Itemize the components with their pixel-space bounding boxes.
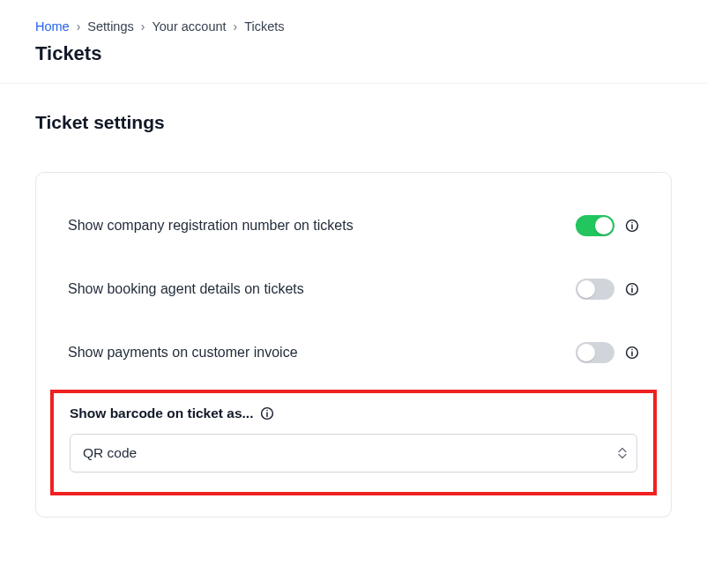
svg-point-2 <box>631 222 633 224</box>
toggle-booking-agent[interactable] <box>576 279 614 300</box>
setting-booking-agent: Show booking agent details on tickets <box>68 257 639 321</box>
toggle-knob <box>577 344 595 361</box>
page-title: Tickets <box>35 42 672 65</box>
info-icon[interactable] <box>625 282 639 296</box>
setting-company-registration: Show company registration number on tick… <box>68 205 639 257</box>
setting-payments-invoice: Show payments on customer invoice <box>68 321 639 384</box>
field-label-row: Show barcode on ticket as... <box>70 406 637 421</box>
barcode-field-label: Show barcode on ticket as... <box>70 406 253 421</box>
toggle-knob <box>577 280 595 298</box>
setting-label: Show booking agent details on tickets <box>68 281 304 297</box>
chevron-right-icon: › <box>77 19 81 33</box>
info-icon[interactable] <box>260 406 274 421</box>
setting-controls <box>576 342 639 363</box>
chevron-right-icon: › <box>141 19 145 33</box>
svg-point-5 <box>631 286 633 287</box>
select-stepper-icon <box>618 448 627 459</box>
barcode-select-wrap: QR code <box>70 434 637 473</box>
setting-label: Show payments on customer invoice <box>68 345 298 361</box>
breadcrumb: Home › Settings › Your account › Tickets <box>35 19 672 33</box>
content-area: Ticket settings Show company registratio… <box>0 84 707 535</box>
setting-controls <box>576 215 639 236</box>
breadcrumb-your-account[interactable]: Your account <box>152 19 226 33</box>
toggle-payments-invoice[interactable] <box>576 342 614 363</box>
breadcrumb-tickets[interactable]: Tickets <box>244 19 284 33</box>
info-icon[interactable] <box>625 219 639 233</box>
breadcrumb-home-link[interactable]: Home <box>35 19 70 33</box>
barcode-select-value: QR code <box>83 445 137 461</box>
svg-point-8 <box>631 349 633 351</box>
toggle-company-registration[interactable] <box>576 215 614 236</box>
setting-label: Show company registration number on tick… <box>68 218 354 234</box>
barcode-select[interactable]: QR code <box>70 434 637 473</box>
settings-panel: Show company registration number on tick… <box>35 172 672 517</box>
page-header: Home › Settings › Your account › Tickets… <box>0 0 707 84</box>
breadcrumb-settings[interactable]: Settings <box>87 19 133 33</box>
section-title: Ticket settings <box>35 112 672 133</box>
svg-point-11 <box>267 410 269 412</box>
setting-controls <box>576 279 639 300</box>
info-icon[interactable] <box>625 346 639 360</box>
chevron-right-icon: › <box>234 19 238 33</box>
highlighted-region: Show barcode on ticket as... QR code <box>50 390 657 495</box>
toggle-knob <box>595 217 613 234</box>
